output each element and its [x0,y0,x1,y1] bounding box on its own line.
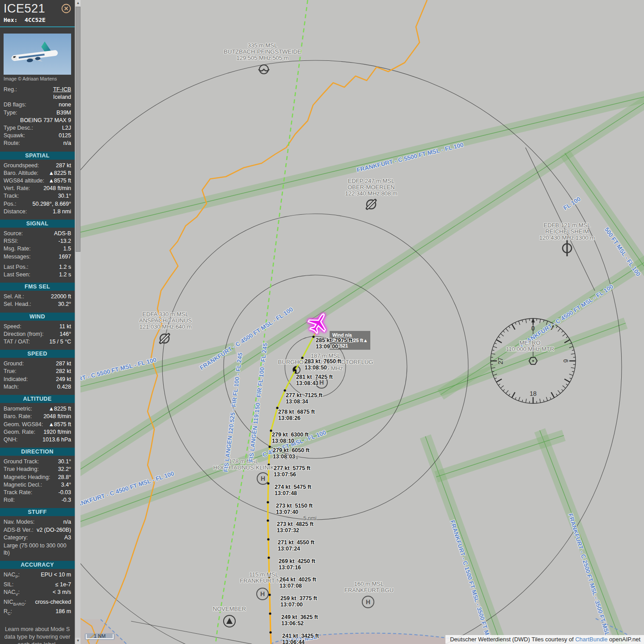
panel-header: ICE521 Hex: 4CC52E [0,0,75,23]
heli-symbol-icon: H [257,473,269,484]
map-scale-bar: 1 NM [85,633,115,640]
row-label: Indicated: [4,376,28,383]
row-label: Magnetic Decl.: [4,481,42,489]
row-label: Vert. Rate: [4,185,30,192]
data-row: DB flags:none [4,101,71,109]
map-canvas[interactable]: 061827 HHHH 335 m MSL BUTZBACH-PFINGSTWE… [80,0,644,644]
row-value: 1013.6 hPa [42,436,71,444]
svg-text:H: H [261,475,265,482]
trail-point-label: 281 kt 7425 ft 13:08:43 [296,374,333,386]
chartbundle-link[interactable]: ChartBundle [575,636,607,643]
close-icon [61,4,71,13]
data-row: Baro. Altitude:▲8225 ft [4,169,71,177]
close-button[interactable] [61,4,71,13]
data-row: Roll:-0.3 [4,496,71,504]
divider [0,26,75,27]
row-label: RC: [4,608,12,618]
data-row: Route:n/a [4,140,71,147]
row-value: 3.4° [61,481,71,489]
vor-compass-rose: 061827 [491,318,576,403]
row-value: -13.2 [59,237,72,245]
section-header-signal: SIGNAL [0,220,75,228]
section-header-altitude: ALTITUDE [0,395,75,403]
trail-point-label: 273 kt 5150 ft 13:07:40 [276,503,313,515]
row-label: Large (75 000 to 300 000 lb) [4,542,71,557]
data-row: Vert. Rate:2048 ft/min [4,185,71,192]
data-row: Type:B39M [4,109,71,117]
sidebar-scrollbar[interactable]: ▲ ▼ [75,0,80,644]
row-value: v2 (DO-260B) [37,526,71,534]
trail-point-label: 269 kt 4250 ft 13:07:16 [279,559,315,571]
row-label: Ground Track: [4,458,39,466]
row-label: NACP: [4,571,20,581]
row-value: 1920 ft/min [43,428,71,436]
section-rows: Barometric:▲8225 ftBaro. Rate:2048 ft/mi… [0,405,75,444]
section-header-stuff: STUFF [0,508,75,516]
trail-position-dot [267,538,269,540]
section-header-fms-sel: FMS SEL [0,283,75,291]
trail-point-label: 241 kt 3425 ft 13:06:44 [282,633,319,644]
row-value: B39M [56,109,71,117]
row-label: Pos.: [4,200,17,208]
airport-label: EDFA 330 m MSL ANSPACH/TAUNUS 121.030 MH… [139,311,192,330]
row-value: n/a [64,140,71,147]
row-value: 287 kt [56,162,71,169]
trail-position-dot [267,482,269,484]
row-label: Nav. Modes: [4,518,34,526]
section-header-speed: SPEED [0,350,75,358]
row-value-link[interactable]: TF-ICB [53,86,71,93]
row-value: 287 kt [56,360,71,368]
row-label: WGS84 altitude: [4,177,44,185]
data-row: Source:ADS-B [4,230,71,237]
row-label: Mach: [4,383,19,391]
aircraft-info-panel: ICE521 Hex: 4CC52E [0,0,75,644]
trail-point-label: 259 kt 3775 ft 13:07:00 [280,596,317,608]
trail-position-dot [268,593,271,596]
phi-symbol-icon [563,240,572,256]
row-value: ADS-B [54,230,71,237]
trail-position-dot [284,389,286,391]
section-rows: Speed:11 ktDirection (from):146°TAT / OA… [0,323,75,346]
trail-point-label: 274 kt 5475 ft 13:07:48 [275,484,311,496]
row-value: < 3 m/s [53,589,71,598]
trail-point-label: 278 kt 6875 ft 13:08:26 [278,409,315,421]
heli-symbol-icon: H [362,596,374,608]
data-row: Speed:11 kt [4,323,71,330]
row-label: Sel. Alt.: [4,293,24,301]
data-row: NACV:< 3 m/s [4,589,71,598]
airport-label: 335 m MSL BUTZBACH-PFINGSTWEIDE 129.505 … [224,42,301,61]
aircraft-photo[interactable] [4,34,71,75]
row-label: Type Desc.: [4,124,33,132]
data-row: WGS84 altitude:▲8575 ft [4,177,71,185]
trail-position-dot [267,519,269,521]
airport-label: EDFP 247 m MSL OBER-MOERLEN 122.340 MHz … [345,178,397,197]
row-value: 146° [59,330,71,338]
svg-text:H: H [260,590,265,597]
row-label: RSSI: [4,237,18,245]
glider-symbol-icon [258,65,269,74]
section-header-spatial: SPATIAL [0,152,75,160]
data-row: Baro. Rate:2048 ft/min [4,413,71,420]
ring-distance-label: 5 nmi [303,515,316,521]
row-value: 282 kt [56,368,71,375]
vor-label: METRO 110.000 MHz MTR [506,340,554,352]
panel-footer-hint: Learn more about Mode S data type by hov… [0,618,75,644]
row-value: ≤ 1e-7 [55,581,71,589]
row-label: Msg. Rate: [4,245,30,253]
row-value: 11 kt [59,323,71,330]
svg-text:6: 6 [562,359,569,363]
data-row: Sel. Head.:30.2° [4,301,71,308]
row-value: 32.2° [58,466,71,473]
section-rows: NACP:EPU < 10 mSIL:≤ 1e-7NACV:< 3 m/sNIC… [0,571,75,618]
row-value: 30.2° [58,301,71,308]
aircraft-icon[interactable] [303,307,334,339]
trail-position-dot [269,612,271,614]
trail-point-label: 249 kt 3625 ft 13:06:52 [281,614,318,627]
row-label: Direction (from): [4,330,44,338]
row-label: Speed: [4,323,21,330]
data-row: Distance:1.8 nmi [4,208,71,216]
airplane-glyph [305,309,332,336]
row-label: NICBARO: [4,598,26,608]
row-value: ▲8225 ft [48,405,71,413]
scrollbar-thumb[interactable] [76,7,80,252]
